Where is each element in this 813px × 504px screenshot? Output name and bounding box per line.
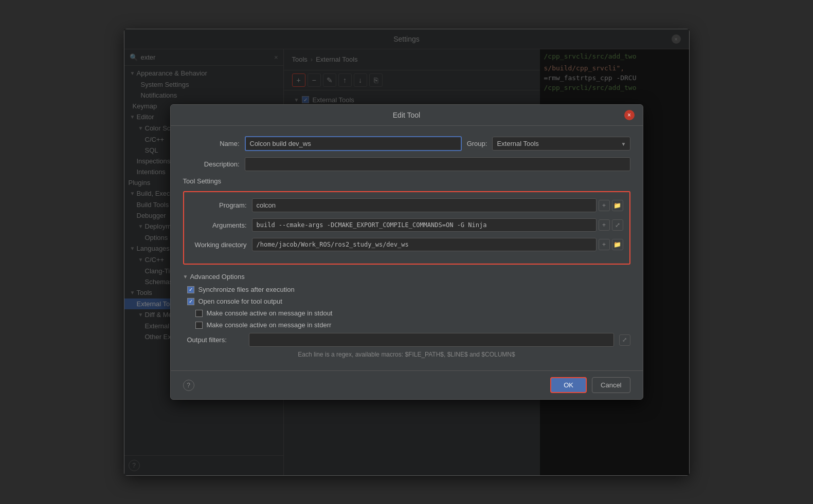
output-filters-row: Output filters: ⤢ — [183, 333, 630, 347]
output-filters-label: Output filters: — [187, 336, 244, 344]
advanced-header[interactable]: ▼ Advanced Options — [183, 273, 630, 281]
make-active-stdout-label: Make console active on message in stdout — [207, 309, 333, 317]
group-label-text: Group: — [467, 140, 487, 147]
sync-files-label: Synchronize files after execution — [198, 286, 295, 293]
arguments-input-group: + ⤢ — [252, 218, 623, 232]
name-input[interactable] — [245, 136, 462, 151]
make-active-stderr-checkbox[interactable] — [195, 322, 203, 329]
output-filters-expand-button[interactable]: ⤢ — [619, 334, 630, 346]
make-active-stdout-checkbox[interactable] — [195, 310, 203, 317]
open-console-label: Open console for tool output — [198, 297, 282, 305]
working-dir-input-group: + 📁 — [252, 238, 623, 251]
macro-hint: Each line is a regex, available macros: … — [183, 351, 630, 360]
program-browse-button[interactable]: 📁 — [612, 200, 623, 211]
arguments-add-button[interactable]: + — [599, 219, 610, 231]
dialog-title-bar: Edit Tool × — [171, 105, 643, 126]
working-dir-add-button[interactable]: + — [599, 239, 610, 250]
open-console-row: ✓ Open console for tool output — [183, 297, 630, 305]
dialog-title: Edit Tool — [189, 111, 624, 119]
sync-files-checkbox[interactable]: ✓ — [187, 286, 194, 293]
program-input[interactable] — [252, 198, 597, 212]
tool-settings-label: Tool Settings — [183, 177, 630, 185]
description-input[interactable] — [245, 157, 630, 171]
arguments-label: Arguments: — [190, 221, 247, 229]
name-label: Name: — [183, 140, 240, 147]
footer-buttons: OK Cancel — [550, 377, 630, 393]
open-console-checkbox[interactable]: ✓ — [187, 298, 194, 305]
arguments-row: Arguments: + ⤢ — [190, 218, 623, 232]
program-input-group: + 📁 — [252, 198, 623, 212]
program-row: Program: + 📁 — [190, 198, 623, 212]
tool-settings-box: Program: + 📁 Arguments: + ⤢ — [183, 191, 630, 265]
working-dir-input[interactable] — [252, 238, 597, 251]
program-add-button[interactable]: + — [599, 200, 610, 211]
make-active-stderr-row: Make console active on message in stderr — [183, 321, 630, 329]
working-dir-browse-button[interactable]: 📁 — [612, 239, 623, 250]
description-label: Description: — [183, 160, 240, 168]
cancel-button[interactable]: Cancel — [592, 377, 630, 393]
make-active-stderr-label: Make console active on message in stderr — [207, 321, 332, 329]
sync-files-row: ✓ Synchronize files after execution — [183, 286, 630, 293]
advanced-label: Advanced Options — [190, 273, 244, 281]
advanced-section: ▼ Advanced Options ✓ Synchronize files a… — [183, 273, 630, 360]
make-active-stdout-row: Make console active on message in stdout — [183, 309, 630, 317]
working-dir-label: Working directory — [190, 241, 247, 249]
program-label: Program: — [190, 201, 247, 209]
ok-button[interactable]: OK — [550, 377, 587, 393]
arguments-input[interactable] — [252, 218, 597, 232]
dialog-footer: ? OK Cancel — [171, 370, 643, 399]
settings-window: Settings × 🔍 × ▼ Appearance & Behavior S… — [124, 29, 690, 476]
working-dir-row: Working directory + 📁 — [190, 238, 623, 251]
name-group-row: Name: Group: External Tools ▼ — [183, 136, 630, 151]
group-select-wrapper: External Tools ▼ — [492, 137, 630, 151]
edit-tool-dialog: Edit Tool × Name: Group: External Tools … — [170, 104, 643, 400]
group-select[interactable]: External Tools — [492, 137, 630, 151]
dialog-close-button[interactable]: × — [624, 110, 635, 120]
advanced-expand-arrow: ▼ — [183, 274, 188, 279]
description-row: Description: — [183, 157, 630, 171]
dialog-body: Name: Group: External Tools ▼ Descriptio… — [171, 126, 643, 370]
dialog-overlay: Edit Tool × Name: Group: External Tools … — [124, 29, 689, 475]
output-filters-input[interactable] — [249, 333, 614, 347]
footer-help-button[interactable]: ? — [183, 380, 194, 391]
arguments-expand-button[interactable]: ⤢ — [612, 219, 623, 231]
